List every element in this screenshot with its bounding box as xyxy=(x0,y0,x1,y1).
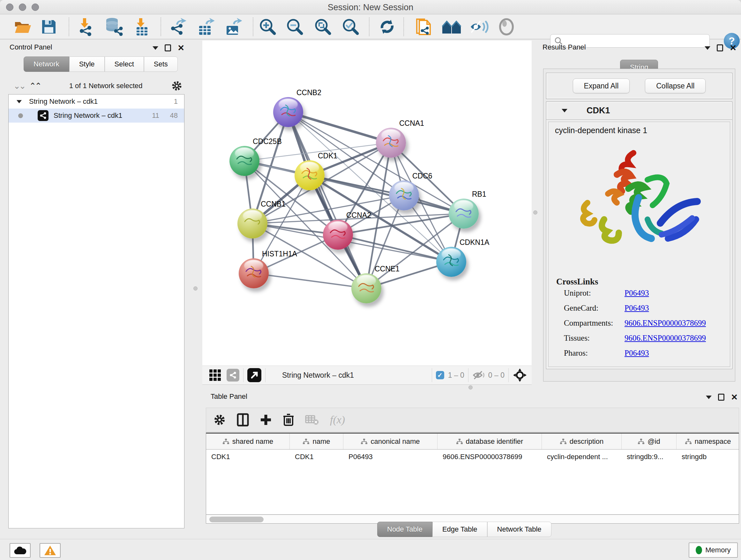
column-header-name[interactable]: name xyxy=(290,434,343,449)
table-panel: Table Panel ✕ f(x) xyxy=(202,388,741,537)
column-header--id[interactable]: @id xyxy=(622,434,677,449)
save-session-button[interactable] xyxy=(39,17,59,37)
network-share-icon[interactable] xyxy=(226,369,239,381)
node-CDK1[interactable] xyxy=(294,160,325,190)
import-network-button[interactable] xyxy=(75,17,95,37)
tab-select[interactable]: Select xyxy=(105,57,144,72)
close-panel-icon[interactable]: ✕ xyxy=(178,45,185,51)
import-network-from-database-button[interactable] xyxy=(104,17,123,37)
apply-layout-button[interactable] xyxy=(377,17,397,37)
table-cell[interactable]: P06493 xyxy=(343,453,437,461)
string-copy-network-button[interactable] xyxy=(414,17,433,37)
crosslink-link[interactable]: P06493 xyxy=(624,304,649,313)
panel-menu-icon[interactable] xyxy=(706,395,712,399)
expand-all-icon[interactable]: ⌃⌃ xyxy=(29,83,41,89)
table-row[interactable]: CDK1CDK1P064939606.ENSP00000378699cyclin… xyxy=(206,449,739,464)
string-home-button[interactable] xyxy=(442,17,461,37)
add-column-icon[interactable] xyxy=(260,414,272,426)
expand-all-button[interactable]: Expand All xyxy=(573,78,630,93)
tab-edge-table[interactable]: Edge Table xyxy=(432,522,487,537)
node-count: 11 xyxy=(152,111,159,120)
tab-style[interactable]: Style xyxy=(69,57,105,72)
zoom-selected-button[interactable] xyxy=(341,17,360,37)
table-gear-icon[interactable] xyxy=(213,414,226,426)
node-entry-header[interactable]: CDK1 xyxy=(546,102,732,120)
table-tabs: Node TableEdge TableNetwork Table xyxy=(377,522,551,537)
column-header-database-identifier[interactable]: database identifier xyxy=(437,434,542,449)
crosslink-link[interactable]: P06493 xyxy=(624,349,649,358)
panel-menu-icon[interactable] xyxy=(152,46,158,50)
open-in-window-button[interactable] xyxy=(247,368,261,382)
crosslink-link[interactable]: P06493 xyxy=(624,289,649,298)
crosslink-link[interactable]: 9606.ENSP00000378699 xyxy=(624,319,706,327)
column-header-shared-name[interactable]: shared name xyxy=(206,434,290,449)
column-header-description[interactable]: description xyxy=(542,434,622,449)
node-CDKN1A[interactable] xyxy=(436,247,466,277)
show-hide-gray-button[interactable] xyxy=(496,17,516,37)
delete-column-icon[interactable] xyxy=(283,413,294,427)
tab-node-table[interactable]: Node Table xyxy=(377,522,432,537)
node-CCNB1[interactable] xyxy=(238,208,267,239)
pan-crosshair-icon[interactable] xyxy=(513,368,527,382)
collapse-all-icon[interactable]: ⌄⌄ xyxy=(13,83,25,89)
column-type-icon xyxy=(222,438,229,445)
table-cell[interactable]: CDK1 xyxy=(290,453,343,461)
tab-network[interactable]: Network xyxy=(23,57,69,72)
node-CCNB2[interactable] xyxy=(273,97,303,127)
table-cell[interactable]: stringdb:9... xyxy=(622,453,677,461)
cloud-button[interactable] xyxy=(10,543,30,558)
scrollbar-thumb[interactable] xyxy=(209,516,264,522)
memory-button[interactable]: Memory xyxy=(689,543,738,558)
tab-network-table[interactable]: Network Table xyxy=(487,522,551,537)
column-header-namespace[interactable]: namespace xyxy=(677,434,739,449)
close-panel-icon[interactable]: ✕ xyxy=(730,45,737,51)
table-cell[interactable]: cyclin-dependent ... xyxy=(542,453,622,461)
table-cell[interactable]: stringdb xyxy=(677,453,739,461)
export-network-button[interactable] xyxy=(167,17,187,37)
collection-expander-icon[interactable] xyxy=(17,100,22,103)
left-splitter-handle[interactable] xyxy=(193,287,198,291)
protein-ribbon-glyph xyxy=(277,101,299,123)
export-image-button[interactable] xyxy=(223,17,243,37)
node-CCNA2[interactable] xyxy=(323,220,353,250)
network-row-selected[interactable]: String Network – cdk1 11 48 xyxy=(9,109,184,123)
collapse-all-button[interactable]: Collapse All xyxy=(645,78,705,93)
node-CDC6[interactable] xyxy=(389,180,419,210)
float-panel-icon[interactable] xyxy=(165,44,171,51)
network-collection-row[interactable]: String Network – cdk1 1 xyxy=(9,95,184,109)
entry-expander-icon[interactable] xyxy=(562,109,567,112)
network-options-gear-icon[interactable] xyxy=(171,80,183,91)
node-CCNE1[interactable] xyxy=(351,273,381,303)
node-HIST1H1A[interactable] xyxy=(239,258,269,288)
warnings-button[interactable] xyxy=(40,543,61,558)
open-session-button[interactable] xyxy=(13,17,32,37)
select-columns-icon[interactable] xyxy=(237,413,249,427)
selected-checkbox-icon[interactable]: ✓ xyxy=(436,371,444,379)
node-CCNA1[interactable] xyxy=(376,128,406,158)
node-RB1[interactable] xyxy=(449,199,479,229)
table-toolbar: f(x) xyxy=(206,408,739,432)
close-panel-icon[interactable]: ✕ xyxy=(731,394,738,400)
table-cell[interactable]: CDK1 xyxy=(206,453,290,461)
node-CDC25B[interactable] xyxy=(229,146,259,176)
network-canvas[interactable]: CCNB2CCNA1CDC25BCDK1CDC6RB1CCNB1CCNA2CDK… xyxy=(202,41,532,366)
zoom-out-button[interactable] xyxy=(285,17,305,37)
hidden-eye-icon[interactable] xyxy=(472,370,485,380)
export-table-icon xyxy=(196,17,214,36)
zoom-in-button[interactable] xyxy=(258,17,278,37)
zoom-fit-button[interactable] xyxy=(313,17,333,37)
column-header-canonical-name[interactable]: canonical name xyxy=(343,434,437,449)
birdseye-grid-icon[interactable] xyxy=(209,369,221,381)
table-cell[interactable]: 9606.ENSP00000378699 xyxy=(437,453,542,461)
panel-menu-icon[interactable] xyxy=(704,46,711,50)
export-table-button[interactable] xyxy=(195,17,215,37)
collection-label: String Network – cdk1 xyxy=(29,98,98,106)
string-glass-effect-button[interactable] xyxy=(469,17,489,37)
tab-sets[interactable]: Sets xyxy=(144,57,178,72)
float-panel-icon[interactable] xyxy=(717,44,723,51)
crosslink-link[interactable]: 9606.ENSP00000378699 xyxy=(624,334,706,343)
node-table[interactable]: shared namenamecanonical namedatabase id… xyxy=(206,433,739,515)
right-splitter-handle[interactable] xyxy=(533,210,537,214)
import-table-button[interactable] xyxy=(131,17,151,37)
float-panel-icon[interactable] xyxy=(718,394,724,401)
